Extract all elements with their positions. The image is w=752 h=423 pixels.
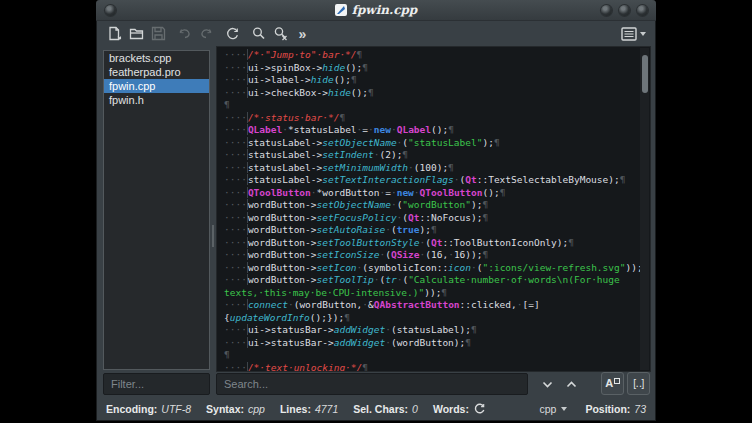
chevron-down-icon <box>640 32 646 36</box>
code-line: ····QToolButton·*wordButton·=·new·QToolB… <box>224 187 638 200</box>
code-line: texts,·this·may·be·CPU-intensive.)"));¶ <box>224 287 638 300</box>
new-tab-icon[interactable] <box>106 25 123 42</box>
code-line: ····ui->checkBox->hide();¶ <box>224 87 638 100</box>
search-replace-icon[interactable] <box>272 25 289 42</box>
redo-icon[interactable] <box>198 25 215 42</box>
code-line: ····ui->statusBar->addWidget·(wordButton… <box>224 337 638 350</box>
undo-icon[interactable] <box>176 25 193 42</box>
code-line: ····wordButton->setToolTip·(tr·("Calcula… <box>224 274 638 287</box>
code-line: ····/*·text·unlocking·*/¶ <box>224 362 638 373</box>
code-line: ····ui->spinBox->hide();¶ <box>224 62 638 75</box>
words-status: Words: <box>433 402 486 417</box>
code-line: ····wordButton->setFocusPolicy·(Qt::NoFo… <box>224 212 638 225</box>
code-line: ····statusLabel->setTextInteractionFlags… <box>224 174 638 187</box>
code-line: ····statusLabel->setMinimumWidth·(100);¶ <box>224 162 638 175</box>
file-item[interactable]: brackets.cpp <box>104 51 209 65</box>
code-line: ····statusLabel->setObjectName·("statusL… <box>224 137 638 150</box>
splitter-handle[interactable] <box>212 225 214 247</box>
vertical-scrollbar[interactable] <box>640 48 649 370</box>
lines-status: Lines: 4771 <box>280 403 338 415</box>
more-icon[interactable]: » <box>294 25 311 42</box>
code-line: ····wordButton->setToolButtonStyle·(Qt::… <box>224 237 638 250</box>
code-line: ····ui->label->hide();¶ <box>224 74 638 87</box>
search-prev-button[interactable] <box>560 373 582 395</box>
chevron-up-icon <box>565 378 578 391</box>
match-case-icon: A <box>605 378 613 389</box>
code-area: ····/*·"Jump·to"·bar·*/¶····ui->spinBox-… <box>224 49 638 372</box>
status-bar: Encoding: UTF-8 Syntax: cpp Lines: 4771 … <box>96 397 656 421</box>
window-menu-button[interactable] <box>105 5 116 16</box>
code-line: ····wordButton->setObjectName·("wordButt… <box>224 199 638 212</box>
minimize-button[interactable] <box>601 5 612 16</box>
file-list[interactable]: brackets.cppfeatherpad.profpwin.cppfpwin… <box>103 50 210 370</box>
filter-placeholder: Filter... <box>111 378 144 390</box>
code-line: ····ui->statusBar->addWidget·(statusLabe… <box>224 324 638 337</box>
position-status: Position: 73 <box>585 403 646 415</box>
code-line: ····wordButton->setIconSize·(QSize·(16,·… <box>224 249 638 262</box>
toolbar: » <box>96 21 656 46</box>
file-item[interactable]: fpwin.cpp <box>104 79 209 93</box>
featherpad-app-icon <box>335 4 347 16</box>
code-line: ¶ <box>224 349 638 362</box>
menu-icon[interactable] <box>621 27 646 41</box>
syntax-status: Syntax: cpp <box>206 403 265 415</box>
window-title: fpwin.cpp <box>352 3 417 17</box>
whole-word-button[interactable]: [‥] <box>627 372 650 395</box>
file-item[interactable]: featherpad.pro <box>104 65 209 79</box>
match-case-button[interactable]: A <box>601 372 624 395</box>
open-icon[interactable] <box>128 25 145 42</box>
refresh-icon <box>473 402 486 415</box>
search-next-button[interactable] <box>536 373 558 395</box>
chevron-down-icon <box>541 378 554 391</box>
code-line: ····QLabel·*statusLabel·=·new·QLabel();¶ <box>224 124 638 137</box>
encoding-status: Encoding: UTF-8 <box>106 403 191 415</box>
maximize-button[interactable] <box>619 5 630 16</box>
text-editor[interactable]: ····/*·"Jump·to"·bar·*/¶····ui->spinBox-… <box>216 46 651 372</box>
scrollbar-thumb[interactable] <box>642 55 648 93</box>
screen: fpwin.cpp <box>0 0 752 423</box>
search-placeholder: Search... <box>224 378 268 390</box>
file-item[interactable]: fpwin.h <box>104 93 209 107</box>
sel-chars-status: Sel. Chars: 0 <box>353 403 418 415</box>
code-line: ····wordButton->setAutoRaise·(true);¶ <box>224 224 638 237</box>
featherpad-window: fpwin.cpp <box>96 0 656 421</box>
save-icon[interactable] <box>150 25 167 42</box>
word-count-refresh-button[interactable] <box>473 402 486 417</box>
title-bar: fpwin.cpp <box>96 0 656 21</box>
code-line: ····statusLabel->setIndent·(2);¶ <box>224 149 638 162</box>
code-line: ¶ <box>224 99 638 112</box>
code-line: {updateWordInfo();});¶ <box>224 312 638 325</box>
whole-word-icon: [‥] <box>633 378 644 389</box>
chevron-down-icon <box>561 407 567 411</box>
close-button[interactable] <box>637 5 648 16</box>
language-combo[interactable]: cpp <box>539 403 567 415</box>
reload-icon[interactable] <box>224 25 241 42</box>
filter-input[interactable]: Filter... <box>103 373 210 395</box>
code-line: ····connect·(wordButton,·&QAbstractButto… <box>224 299 638 312</box>
code-line: ····/*·status·bar·*/¶ <box>224 112 638 125</box>
search-input[interactable]: Search... <box>216 373 528 395</box>
code-line: ····/*·"Jump·to"·bar·*/¶ <box>224 49 638 62</box>
search-icon[interactable] <box>250 25 267 42</box>
code-line: ····wordButton->setIcon·(symbolicIcon::i… <box>224 262 638 275</box>
